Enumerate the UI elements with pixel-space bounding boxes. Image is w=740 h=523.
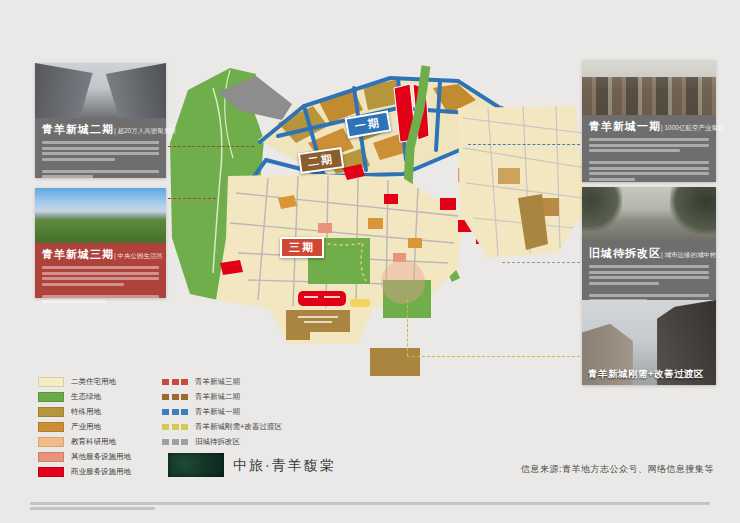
card-phase3: 青羊新城三期 | 中央公园生活区 — [35, 188, 166, 298]
brand-logo-text: 中旅·青羊馥棠 — [233, 457, 336, 475]
legend-dash-swatch — [162, 439, 188, 445]
transition-title: 青羊新城刚需+改善过渡区 — [582, 368, 716, 381]
card-phase2: 青羊新城二期 | 超20万人高密聚居区 — [35, 63, 166, 178]
oldtown-title: 旧城待拆改区 — [589, 246, 661, 261]
phase1-photo — [582, 60, 716, 115]
legend-label: 生态绿地 — [71, 392, 101, 402]
phase2-description — [42, 141, 159, 178]
legend-dash-swatch — [162, 394, 188, 400]
landuse-map — [158, 48, 588, 383]
card-transition: 青羊新城刚需+改善过渡区 — [582, 300, 716, 385]
disclaimer-text-line — [30, 502, 710, 505]
oldtown-description — [589, 265, 709, 302]
legend-label: 特殊用地 — [71, 407, 101, 417]
leader-phase3 — [168, 198, 216, 199]
legend-swatch — [38, 407, 64, 417]
legend-label: 青羊新城二期 — [195, 392, 240, 402]
card-phase1: 青羊新城一期 | 1000亿航空产业集群 — [582, 60, 716, 182]
leader-phase2 — [168, 146, 254, 147]
oldtown-subtitle: | 城市边缘的城中村 — [661, 251, 717, 260]
legend-label: 其他服务设施用地 — [71, 452, 131, 462]
legend-swatch — [38, 452, 64, 462]
leader-transition-v — [407, 300, 408, 356]
legend-swatch — [38, 422, 64, 432]
phase3-description — [42, 266, 159, 303]
legend-swatch — [38, 437, 64, 447]
leader-phase1 — [468, 144, 580, 145]
phase3-title: 青羊新城三期 — [42, 247, 114, 262]
disclaimer-text-line — [30, 507, 155, 510]
legend-swatch — [38, 377, 64, 387]
phase1-subtitle: | 1000亿航空产业集群 — [661, 124, 724, 133]
source-note: 信息来源:青羊地方志公众号、网络信息搜集等 — [521, 463, 714, 476]
phase3-subtitle: | 中央公园生活区 — [114, 252, 163, 261]
legend-label: 旧城待拆改区 — [195, 437, 240, 447]
legend-label: 青羊新城刚需+改善过渡区 — [195, 422, 282, 432]
legend-dash-swatch — [162, 409, 188, 415]
brand-logo-image — [168, 453, 224, 477]
legend-dash-swatch — [162, 379, 188, 385]
legend-label: 二类住宅用地 — [71, 377, 116, 387]
legend-label: 产业用地 — [71, 422, 101, 432]
leader-transition-h — [407, 356, 580, 357]
phase1-description — [589, 138, 709, 181]
phase2-title: 青羊新城二期 — [42, 122, 114, 137]
phase1-title: 青羊新城一期 — [589, 119, 661, 134]
legend-label: 青羊新城一期 — [195, 407, 240, 417]
legend-swatch — [38, 392, 64, 402]
phase2-subtitle: | 超20万人高密聚居区 — [114, 127, 177, 136]
map-badge-phase3: 三期 — [280, 237, 324, 258]
phase2-photo — [35, 63, 166, 118]
legend-label: 商业服务设施用地 — [71, 467, 131, 477]
poster-canvas: 一期 二期 三期 青羊新城二期 | 超20万人高密聚居区 青羊新城三期 — [0, 0, 740, 523]
phase3-photo — [35, 188, 166, 243]
card-oldtown: 旧城待拆改区 | 城市边缘的城中村 — [582, 187, 716, 302]
legend-dash-swatch — [162, 424, 188, 430]
legend-label: 教育科研用地 — [71, 437, 116, 447]
transition-photo: 青羊新城刚需+改善过渡区 — [582, 300, 716, 385]
oldtown-photo — [582, 187, 716, 242]
legend-label: 青羊新城三期 — [195, 377, 240, 387]
legend-swatch — [38, 467, 64, 477]
leader-oldtown — [502, 262, 580, 263]
